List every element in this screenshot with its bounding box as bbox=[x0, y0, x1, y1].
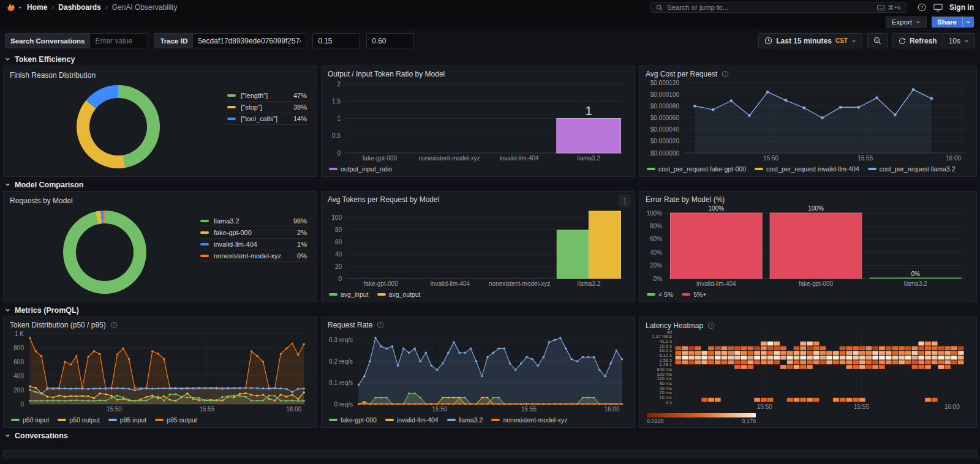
share-button[interactable]: Share bbox=[932, 17, 962, 28]
zoom-out-button[interactable] bbox=[867, 33, 888, 48]
legend-swatch bbox=[58, 419, 66, 421]
svg-text:$0.000040: $0.000040 bbox=[650, 126, 680, 133]
legend-label: p50 input bbox=[23, 416, 49, 424]
legend-item[interactable]: invalid-llm-404 bbox=[385, 416, 439, 424]
legend-swatch bbox=[329, 419, 337, 421]
section-model-comparison[interactable]: Model Comparison bbox=[0, 178, 980, 191]
time-range-picker[interactable]: Last 15 minutes CST bbox=[758, 33, 862, 48]
legend-item[interactable]: ["tool_calls"]14% bbox=[226, 113, 308, 125]
bar-chart[interactable]: 020406080100fake-gpt-000invalid-llm-404n… bbox=[328, 204, 628, 290]
legend-value: 96% bbox=[282, 217, 307, 225]
timezone-label: CST bbox=[835, 37, 848, 44]
legend-label: avg_input bbox=[341, 291, 369, 298]
chevron-down-icon bbox=[964, 39, 969, 43]
legend-item[interactable]: invalid-llm-4041% bbox=[199, 239, 308, 250]
global-search-input[interactable]: Search or jump to... ⌘+k bbox=[650, 2, 907, 13]
line-chart[interactable]: 02004006008001 K15:5015:5516:00 bbox=[10, 330, 311, 416]
svg-text:$0.000000: $0.000000 bbox=[650, 149, 680, 156]
legend-swatch bbox=[200, 220, 209, 222]
section-metrics-promql[interactable]: Metrics (PromQL) bbox=[0, 304, 980, 316]
bar-chart[interactable]: 0%20%40%60%80%100%invalid-llm-404fake-gp… bbox=[646, 204, 970, 290]
legend-item[interactable]: fake-gpt-0002% bbox=[199, 227, 308, 239]
legend-item[interactable]: avg_output bbox=[377, 291, 421, 298]
panel-title: Requests by Model bbox=[10, 195, 311, 206]
legend-label: nonexistent-model-xyz bbox=[503, 416, 567, 424]
heatmap-chart[interactable]: inf1.37 mins41.0 s20.5 s10.2 s5.12 s2.56… bbox=[646, 330, 970, 413]
refresh-button[interactable]: Refresh bbox=[892, 33, 943, 48]
legend-item[interactable]: nonexistent-model-xyz bbox=[491, 416, 567, 424]
panel-output-input-token-ratio: Output / Input Token Ratio by Model 00.5… bbox=[321, 65, 635, 177]
legend-item[interactable]: p50 output bbox=[58, 416, 100, 424]
grafana-logo[interactable] bbox=[6, 2, 23, 12]
panel-title-text: Avg Cost per Request bbox=[646, 70, 717, 78]
legend-item[interactable]: ["length"]47% bbox=[226, 90, 308, 102]
panel-requests-by-model: Requests by Model llama3.296%fake-gpt-00… bbox=[3, 191, 317, 302]
legend-swatch bbox=[647, 168, 655, 170]
legend-item[interactable]: llama3.2 bbox=[447, 416, 483, 424]
legend-swatch bbox=[682, 293, 690, 296]
svg-text:40%: 40% bbox=[650, 249, 662, 256]
legend-item[interactable]: output_input_ratio bbox=[329, 165, 392, 173]
trace-id-input[interactable] bbox=[192, 33, 306, 48]
monitor-icon[interactable] bbox=[933, 4, 943, 12]
refresh-interval-dropdown[interactable]: 10s bbox=[943, 33, 975, 48]
legend-item[interactable]: ["stop"]38% bbox=[226, 102, 308, 113]
help-icon[interactable]: ? bbox=[918, 3, 926, 12]
search-conversations-variable: Search Conversations bbox=[5, 33, 148, 48]
legend-item[interactable]: cost_per_request fake-gpt-000 bbox=[647, 165, 746, 173]
bar-chart[interactable]: 00.511.52fake-gpt-000nonexistent-model-x… bbox=[328, 79, 628, 165]
legend-item[interactable]: p95 output bbox=[155, 416, 197, 424]
section-token-efficiency[interactable]: Token Efficiency bbox=[0, 53, 980, 65]
export-button[interactable]: Export bbox=[886, 17, 927, 28]
section-title: Conversations bbox=[15, 432, 68, 440]
panel-legend: fake-gpt-000invalid-llm-404llama3.2nonex… bbox=[328, 416, 628, 424]
svg-text:0.2 req/s: 0.2 req/s bbox=[329, 358, 353, 365]
line-chart[interactable]: $0.000000$0.000020$0.000040$0.000060$0.0… bbox=[646, 79, 970, 165]
panel-title: Token Distribution (p50 / p95) i bbox=[10, 321, 311, 330]
share-menu-button[interactable] bbox=[962, 17, 974, 28]
legend-item[interactable]: cost_per_request invalid-llm-404 bbox=[755, 165, 859, 173]
sign-in-link[interactable]: Sign in bbox=[949, 3, 974, 12]
panel-title: Finish Reason Distribution bbox=[10, 70, 311, 80]
svg-text:15:55: 15:55 bbox=[854, 403, 869, 410]
legend-item[interactable]: avg_input bbox=[329, 291, 369, 298]
legend-item[interactable]: llama3.296% bbox=[199, 215, 308, 227]
param1-input[interactable] bbox=[312, 33, 360, 48]
breadcrumb-dashboards[interactable]: Dashboards bbox=[58, 3, 100, 12]
svg-text:20%: 20% bbox=[650, 262, 662, 269]
legend-swatch bbox=[11, 419, 20, 421]
panel-finish-reason-distribution: Finish Reason Distribution ["length"]47%… bbox=[3, 65, 317, 177]
search-conversations-input[interactable] bbox=[89, 33, 148, 48]
legend-item[interactable]: nonexistent-model-xyz0% bbox=[199, 250, 308, 262]
trace-id-label: Trace ID bbox=[154, 33, 192, 48]
svg-text:0: 0 bbox=[337, 149, 341, 156]
share-split-button: Share bbox=[932, 17, 974, 28]
legend-swatch bbox=[108, 419, 117, 421]
panel-request-rate: Request Rate i 0 req/s0.1 req/s0.2 req/s… bbox=[321, 316, 635, 428]
line-chart[interactable]: 0 req/s0.1 req/s0.2 req/s0.3 req/s15:501… bbox=[328, 330, 628, 416]
legend-label: output_input_ratio bbox=[341, 165, 392, 173]
legend-value: 47% bbox=[282, 92, 307, 99]
legend-item[interactable]: < 5% bbox=[647, 291, 673, 298]
svg-text:40: 40 bbox=[335, 250, 342, 257]
param2-input[interactable] bbox=[366, 33, 414, 48]
svg-text:15:55: 15:55 bbox=[200, 406, 215, 413]
legend-value: 38% bbox=[282, 103, 307, 111]
legend-swatch bbox=[647, 293, 655, 296]
donut-chart bbox=[10, 211, 199, 294]
legend-item[interactable]: p50 input bbox=[11, 416, 49, 424]
section-conversations[interactable]: Conversations bbox=[0, 429, 980, 442]
legend-item[interactable]: cost_per_request llama3.2 bbox=[868, 165, 956, 173]
legend-swatch bbox=[329, 293, 337, 296]
refresh-interval-label: 10s bbox=[949, 37, 960, 45]
time-range-label: Last 15 minutes bbox=[776, 37, 832, 45]
info-icon: i bbox=[722, 70, 729, 78]
legend-item[interactable]: p95 input bbox=[108, 416, 146, 424]
breadcrumb-home[interactable]: Home bbox=[27, 3, 47, 12]
legend-swatch bbox=[385, 419, 394, 421]
legend-item[interactable]: fake-gpt-000 bbox=[329, 416, 377, 424]
svg-text:i: i bbox=[113, 323, 115, 327]
legend-item[interactable]: 5%+ bbox=[682, 291, 706, 298]
legend-swatch bbox=[377, 293, 386, 296]
conversations-panel-partial bbox=[3, 450, 977, 458]
